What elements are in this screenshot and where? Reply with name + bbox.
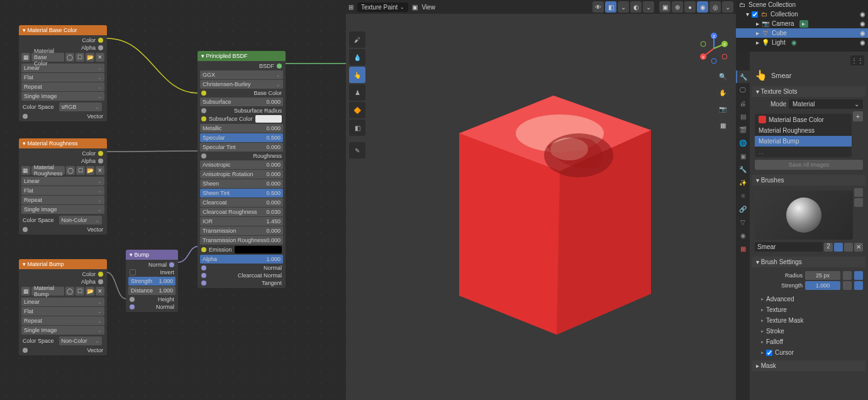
visibility-icon[interactable]: ◉	[860, 11, 865, 18]
ior-field[interactable]: IOR1.450	[200, 217, 283, 226]
tab-render[interactable]: 🖵	[736, 84, 750, 96]
input-socket-clearcoat-normal[interactable]	[201, 273, 206, 278]
slot-item-empty[interactable]: ...	[755, 147, 852, 157]
interpolation-select[interactable]: Linear⌄	[21, 64, 104, 72]
tab-world[interactable]: 🌐	[736, 136, 750, 149]
node-image-texture-base-color[interactable]: ▾ Material Base Color Color Alpha ▦ Mate…	[19, 25, 107, 121]
outliner-light[interactable]: ▸💡Light◉◉	[736, 38, 868, 47]
nav-zoom-button[interactable]: 🔍	[716, 69, 730, 83]
extension-select[interactable]: Repeat⌄	[21, 196, 104, 204]
mode-select[interactable]: Material⌄	[789, 99, 863, 109]
distribution-select[interactable]: GGX⌄	[200, 70, 283, 79]
output-socket-alpha[interactable]	[98, 158, 103, 164]
outliner-collection[interactable]: ▾🗀Collection◉	[736, 9, 868, 19]
image-user-count[interactable]: ◯	[66, 166, 75, 175]
brush-preview[interactable]	[755, 191, 853, 240]
mode-select[interactable]: Texture Paint ⌄	[357, 3, 408, 12]
tool-clone[interactable]: ♟	[349, 84, 365, 101]
output-socket-bsdf[interactable]	[277, 64, 282, 69]
tab-material[interactable]: ◉	[736, 229, 750, 242]
matcap-icon[interactable]: ◐	[630, 1, 642, 13]
image-browse-button[interactable]: ▦	[21, 53, 30, 62]
tab-active-tool[interactable]: 🔧	[736, 70, 750, 83]
alpha-field[interactable]: Alpha1.000	[200, 255, 283, 264]
input-socket-vector[interactable]	[23, 227, 28, 232]
texture-subpanel[interactable]: ▸Texture	[752, 304, 865, 315]
options-menu-icon[interactable]: ⋮⋮	[850, 55, 864, 65]
add-slot-button[interactable]: +	[853, 111, 863, 121]
node-header[interactable]: ▾ Principled BSDF	[198, 51, 286, 61]
image-browse-button[interactable]: ▦	[21, 166, 30, 175]
input-socket-vector[interactable]	[23, 348, 28, 353]
tool-draw[interactable]: 🖌	[349, 31, 365, 48]
editor-type-icon[interactable]: ⊞	[348, 4, 353, 11]
clearcoat-roughness-field[interactable]: Clearcoat Roughness0.030	[200, 208, 283, 216]
shading-material-preview-button[interactable]: ◉	[697, 1, 708, 13]
brush-unlink-button[interactable]: ✕	[854, 243, 863, 252]
outliner-scene-collection[interactable]: 🗀Scene Collection	[736, 0, 868, 9]
output-socket-color[interactable]	[98, 272, 103, 277]
outliner-camera[interactable]: ▸📷Camera▸◉	[736, 19, 868, 28]
tab-output[interactable]: 🖨	[736, 97, 750, 109]
anisotropic-rotation-field[interactable]: Anisotropic Rotation0.000	[200, 170, 283, 179]
texture-mask-subpanel[interactable]: ▸Texture Mask	[752, 315, 865, 326]
pivot-icon[interactable]: ▣	[412, 4, 418, 11]
image-unlink-button[interactable]: ✕	[96, 166, 104, 175]
visibility-icon[interactable]: ◉	[860, 30, 865, 36]
output-socket-alpha[interactable]	[98, 279, 103, 284]
image-user-count[interactable]: ◯	[65, 287, 74, 296]
image-open-button[interactable]: 📂	[86, 166, 95, 175]
texture-slot-list[interactable]: Material Base Color Material Roughness M…	[755, 114, 852, 157]
interpolation-select[interactable]: Linear⌄	[21, 177, 104, 186]
node-image-texture-roughness[interactable]: ▾ Material Roughness Color Alpha ▦ Mater…	[19, 138, 107, 235]
input-socket-normal[interactable]	[201, 265, 206, 270]
projection-select[interactable]: Flat⌄	[21, 307, 104, 316]
tool-soften[interactable]: 💧	[349, 49, 365, 65]
projection-select[interactable]: Flat⌄	[21, 73, 104, 82]
tool-annotate[interactable]: ✎	[349, 142, 365, 158]
input-socket-ss-radius[interactable]	[201, 108, 206, 113]
strength-value[interactable]: 1.000	[805, 281, 840, 290]
image-name-field[interactable]: Material Bump	[31, 287, 64, 296]
brush-grid-button[interactable]	[854, 188, 863, 197]
brush-users-count[interactable]: 2	[824, 243, 833, 252]
specular-field[interactable]: Specular0.500	[200, 133, 283, 142]
anisotropic-field[interactable]: Anisotropic0.000	[200, 160, 283, 169]
shading-wireframe-button[interactable]: ⊕	[672, 1, 683, 13]
input-socket-roughness[interactable]	[201, 153, 206, 158]
tool-fill[interactable]: 🔶	[349, 102, 365, 118]
outliner-cube[interactable]: ▸▽Cube◉	[736, 28, 868, 38]
tool-mask[interactable]: ◧	[349, 119, 365, 136]
nav-pan-button[interactable]: ✋	[716, 86, 730, 99]
output-socket-normal[interactable]	[169, 262, 174, 267]
tab-mesh-data[interactable]: ▽	[736, 216, 750, 228]
tool-smear[interactable]: 👆	[349, 67, 365, 83]
slot-item-roughness[interactable]: Material Roughness	[755, 125, 852, 136]
input-socket-emission[interactable]	[201, 247, 206, 252]
input-socket-height[interactable]	[130, 297, 135, 302]
outliner[interactable]: 🗀Scene Collection ▾🗀Collection◉ ▸📷Camera…	[736, 0, 868, 52]
transmission-roughness-field[interactable]: Transmission Roughness0.000	[200, 236, 283, 245]
image-name-field[interactable]: Material Base Color	[31, 53, 64, 62]
image-new-button[interactable]: ☐	[75, 53, 84, 62]
navigation-gizmo[interactable]: Z Y X	[698, 33, 730, 64]
source-select[interactable]: Single Image⌄	[21, 326, 104, 335]
save-all-images-button[interactable]: Save All Images	[755, 160, 863, 170]
sheen-field[interactable]: Sheen0.000	[200, 179, 283, 188]
specular-tint-field[interactable]: Specular Tint0.000	[200, 143, 283, 152]
colorspace-select[interactable]: Non-Color⌄	[59, 216, 102, 225]
brush-add-button[interactable]	[854, 198, 863, 207]
strength-field[interactable]: Strength1.000	[128, 277, 175, 286]
tab-object[interactable]: ▣	[736, 150, 750, 162]
source-select[interactable]: Single Image⌄	[21, 92, 104, 101]
image-user-count[interactable]: ◯	[65, 53, 74, 62]
tab-scene[interactable]: 🎬	[736, 123, 750, 136]
node-editor[interactable]: ▾ Material Base Color Color Alpha ▦ Mate…	[0, 0, 346, 400]
node-header[interactable]: ▾ Material Bump	[19, 259, 107, 269]
image-new-button[interactable]: ☐	[76, 166, 85, 175]
tab-particles[interactable]: ✨	[736, 176, 750, 189]
output-socket-color[interactable]	[98, 151, 103, 156]
slot-item-base-color[interactable]: Material Base Color	[755, 114, 852, 125]
invert-checkbox[interactable]	[130, 269, 136, 275]
node-bump[interactable]: ▾ Bump Normal Invert Strength1.000 Dista…	[126, 250, 178, 312]
